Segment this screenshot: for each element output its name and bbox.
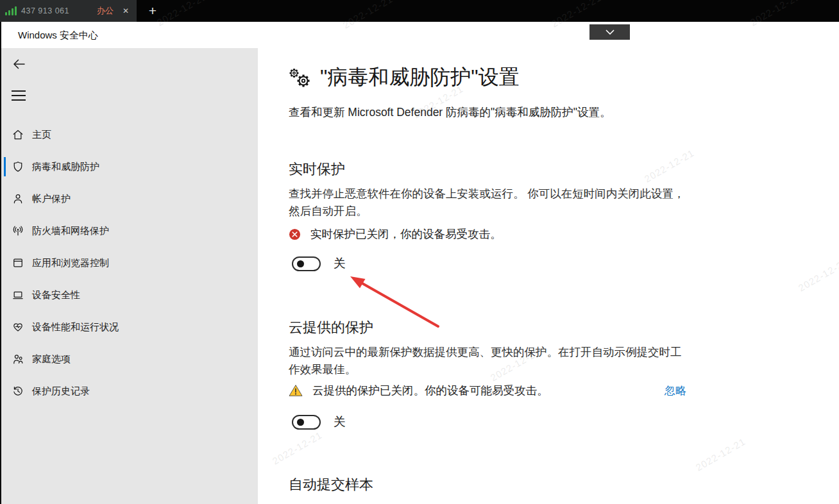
hamburger-menu-button[interactable] (12, 90, 26, 101)
error-icon (289, 228, 301, 240)
sidebar-item-label: 保护历史记录 (32, 385, 90, 398)
section-heading-realtime: 实时保护 (289, 160, 345, 179)
main-content: "病毒和威胁防护"设置 查看和更新 Microsoft Defender 防病毒… (258, 48, 839, 504)
toggle-state-label: 关 (334, 255, 346, 272)
page-subtitle: 查看和更新 Microsoft Defender 防病毒的"病毒和威胁防护"设置… (289, 105, 611, 120)
sidebar-item-family-options[interactable]: 家庭选项 (1, 343, 258, 375)
toggle-knob (297, 260, 304, 267)
section-heading-cloud: 云提供的保护 (289, 318, 373, 337)
sidebar-item-label: 设备性能和运行状况 (32, 321, 119, 333)
shield-icon (12, 160, 24, 173)
sidebar-item-account-protection[interactable]: 帐户保护 (1, 183, 258, 215)
window-titlebar: Windows 安全中心 (0, 22, 839, 48)
chevron-down-icon (606, 29, 614, 35)
page-header: "病毒和威胁防护"设置 (289, 62, 520, 92)
sidebar-item-virus-threat-protection[interactable]: 病毒和威胁防护 (1, 151, 258, 183)
alert-text: 云提供的保护已关闭。你的设备可能易受攻击。 (312, 383, 548, 398)
sidebar-item-device-security[interactable]: 设备安全性 (1, 279, 258, 311)
sidebar-item-label: 主页 (32, 129, 51, 141)
session-tab-label: 办公 (97, 5, 114, 17)
home-icon (12, 128, 24, 141)
session-tab[interactable]: 437 913 061 办公 ✕ (0, 0, 137, 22)
cloud-protection-toggle[interactable] (292, 415, 321, 430)
sidebar-item-label: 应用和浏览器控制 (32, 257, 109, 269)
app-title: Windows 安全中心 (18, 22, 98, 48)
toggle-knob (297, 419, 304, 426)
alert-cloud-off: 云提供的保护已关闭。你的设备可能易受攻击。 忽略 (289, 383, 686, 398)
signal-bars-icon (5, 6, 17, 15)
sidebar-item-app-browser-control[interactable]: 应用和浏览器控制 (1, 247, 258, 279)
sidebar-item-label: 防火墙和网络保护 (32, 225, 109, 237)
app-browser-icon (12, 256, 24, 269)
warning-icon (289, 384, 303, 397)
close-icon[interactable]: ✕ (123, 6, 129, 15)
family-icon (12, 353, 24, 365)
session-id: 437 913 061 (21, 6, 69, 15)
health-icon (12, 321, 24, 333)
section-description-cloud: 通过访问云中的最新保护数据提供更高、更快的保护。在打开自动示例提交时工作效果最佳… (289, 344, 685, 378)
session-tab-strip: 437 913 061 办公 ✕ + (0, 0, 839, 22)
device-icon (12, 289, 24, 301)
toolbar-pulldown-button[interactable] (589, 24, 630, 40)
sidebar-item-label: 帐户保护 (32, 193, 71, 205)
sidebar-item-label: 家庭选项 (32, 353, 71, 365)
cloud-toggle-row: 关 (292, 414, 346, 430)
window-left-border (0, 22, 1, 504)
person-icon (12, 192, 24, 205)
section-heading-samples: 自动提交样本 (289, 475, 373, 494)
dismiss-link[interactable]: 忽略 (665, 383, 686, 398)
sidebar-item-home[interactable]: 主页 (1, 119, 258, 151)
alert-realtime-off: 实时保护已关闭，你的设备易受攻击。 (289, 226, 686, 242)
realtime-toggle-row: 关 (292, 255, 346, 272)
sidebar-nav: 主页 病毒和威胁防护 帐户保护 防火墙和网络保护 (1, 119, 258, 407)
page-title: "病毒和威胁防护"设置 (320, 62, 520, 92)
sidebar-item-device-performance[interactable]: 设备性能和运行状况 (1, 311, 258, 343)
sidebar-item-label: 设备安全性 (32, 289, 80, 301)
network-icon (12, 224, 24, 237)
realtime-protection-toggle[interactable] (292, 256, 321, 271)
toggle-state-label: 关 (334, 414, 346, 430)
sidebar-item-protection-history[interactable]: 保护历史记录 (1, 375, 258, 407)
new-tab-button[interactable]: + (142, 0, 163, 22)
arrow-left-icon (12, 56, 27, 72)
alert-text: 实时保护已关闭，你的设备易受攻击。 (310, 226, 502, 242)
sidebar-item-firewall-network[interactable]: 防火墙和网络保护 (1, 215, 258, 247)
window: 437 913 061 办公 ✕ + Windows 安全中心 (0, 0, 839, 504)
sidebar: 主页 病毒和威胁防护 帐户保护 防火墙和网络保护 (1, 48, 258, 504)
back-button[interactable] (12, 56, 27, 72)
settings-gears-icon (289, 68, 312, 88)
sidebar-item-label: 病毒和威胁防护 (32, 161, 99, 173)
history-icon (12, 385, 24, 398)
section-description-realtime: 查找并停止恶意软件在你的设备上安装或运行。 你可以在短时间内关闭此设置，然后自动… (289, 185, 685, 219)
